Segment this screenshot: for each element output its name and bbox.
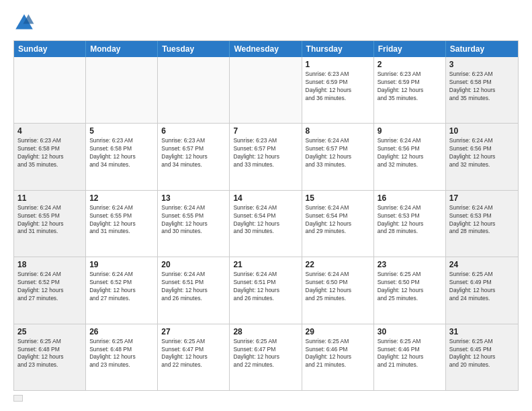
cal-cell: 5Sunrise: 6:23 AM Sunset: 6:58 PM Daylig… <box>86 124 158 189</box>
day-number: 26 <box>89 327 154 336</box>
day-info: Sunrise: 6:25 AM Sunset: 6:48 PM Dayligh… <box>17 338 82 370</box>
cal-cell: 18Sunrise: 6:24 AM Sunset: 6:52 PM Dayli… <box>14 257 86 323</box>
cal-cell: 20Sunrise: 6:24 AM Sunset: 6:51 PM Dayli… <box>158 257 230 323</box>
day-info: Sunrise: 6:25 AM Sunset: 6:47 PM Dayligh… <box>161 338 226 370</box>
day-info: Sunrise: 6:24 AM Sunset: 6:55 PM Dayligh… <box>17 204 82 236</box>
day-number: 6 <box>161 126 226 136</box>
day-number: 7 <box>233 126 298 136</box>
day-number: 20 <box>161 260 226 269</box>
day-number: 11 <box>17 193 82 203</box>
day-number: 24 <box>449 260 515 269</box>
day-info: Sunrise: 6:25 AM Sunset: 6:45 PM Dayligh… <box>449 338 515 370</box>
day-info: Sunrise: 6:25 AM Sunset: 6:46 PM Dayligh… <box>378 338 442 370</box>
cal-cell: 14Sunrise: 6:24 AM Sunset: 6:54 PM Dayli… <box>230 191 302 257</box>
day-number: 17 <box>449 193 515 203</box>
header <box>13 12 519 34</box>
cal-cell: 25Sunrise: 6:25 AM Sunset: 6:48 PM Dayli… <box>14 324 86 390</box>
page: SundayMondayTuesdayWednesdayThursdayFrid… <box>0 0 532 411</box>
week-row-1: 1Sunrise: 6:23 AM Sunset: 6:59 PM Daylig… <box>14 57 518 123</box>
day-number: 4 <box>17 126 82 136</box>
cal-cell: 22Sunrise: 6:24 AM Sunset: 6:50 PM Dayli… <box>302 257 374 323</box>
day-number: 3 <box>449 60 515 69</box>
day-info: Sunrise: 6:24 AM Sunset: 6:56 PM Dayligh… <box>449 137 515 169</box>
header-day-friday: Friday <box>374 41 446 57</box>
day-info: Sunrise: 6:25 AM Sunset: 6:47 PM Dayligh… <box>233 338 298 370</box>
logo-icon <box>13 12 35 34</box>
day-number: 29 <box>306 327 370 336</box>
day-info: Sunrise: 6:23 AM Sunset: 6:57 PM Dayligh… <box>233 137 298 169</box>
day-info: Sunrise: 6:25 AM Sunset: 6:49 PM Dayligh… <box>449 271 515 303</box>
cal-cell: 4Sunrise: 6:23 AM Sunset: 6:58 PM Daylig… <box>14 124 86 189</box>
cal-cell: 23Sunrise: 6:25 AM Sunset: 6:50 PM Dayli… <box>374 257 446 323</box>
day-info: Sunrise: 6:23 AM Sunset: 6:59 PM Dayligh… <box>306 71 370 103</box>
day-info: Sunrise: 6:24 AM Sunset: 6:56 PM Dayligh… <box>378 137 442 169</box>
day-info: Sunrise: 6:24 AM Sunset: 6:54 PM Dayligh… <box>233 204 298 236</box>
day-info: Sunrise: 6:24 AM Sunset: 6:53 PM Dayligh… <box>378 204 442 236</box>
cal-cell: 1Sunrise: 6:23 AM Sunset: 6:59 PM Daylig… <box>302 57 374 123</box>
week-row-3: 11Sunrise: 6:24 AM Sunset: 6:55 PM Dayli… <box>14 190 518 257</box>
cal-cell: 12Sunrise: 6:24 AM Sunset: 6:55 PM Dayli… <box>86 191 158 257</box>
day-number: 27 <box>161 327 226 336</box>
cal-cell: 28Sunrise: 6:25 AM Sunset: 6:47 PM Dayli… <box>230 324 302 390</box>
cal-cell: 9Sunrise: 6:24 AM Sunset: 6:56 PM Daylig… <box>374 124 446 189</box>
cal-cell <box>14 57 86 123</box>
day-number: 31 <box>449 327 515 336</box>
day-number: 30 <box>378 327 442 336</box>
day-info: Sunrise: 6:25 AM Sunset: 6:46 PM Dayligh… <box>306 338 370 370</box>
day-number: 13 <box>161 193 226 203</box>
cal-cell: 11Sunrise: 6:24 AM Sunset: 6:55 PM Dayli… <box>14 191 86 257</box>
cal-cell: 16Sunrise: 6:24 AM Sunset: 6:53 PM Dayli… <box>374 191 446 257</box>
cal-cell: 21Sunrise: 6:24 AM Sunset: 6:51 PM Dayli… <box>230 257 302 323</box>
day-info: Sunrise: 6:24 AM Sunset: 6:55 PM Dayligh… <box>161 204 226 236</box>
logo <box>13 12 38 34</box>
day-number: 8 <box>306 126 370 136</box>
day-number: 1 <box>306 60 370 69</box>
day-number: 19 <box>89 260 154 269</box>
cal-cell: 24Sunrise: 6:25 AM Sunset: 6:49 PM Dayli… <box>446 257 518 323</box>
day-number: 21 <box>233 260 298 269</box>
header-day-wednesday: Wednesday <box>230 41 302 57</box>
day-info: Sunrise: 6:24 AM Sunset: 6:50 PM Dayligh… <box>306 271 370 303</box>
day-info: Sunrise: 6:24 AM Sunset: 6:53 PM Dayligh… <box>449 204 515 236</box>
day-number: 5 <box>89 126 154 136</box>
day-info: Sunrise: 6:24 AM Sunset: 6:52 PM Dayligh… <box>17 271 82 303</box>
cal-cell <box>86 57 158 123</box>
cal-cell: 30Sunrise: 6:25 AM Sunset: 6:46 PM Dayli… <box>374 324 446 390</box>
day-info: Sunrise: 6:24 AM Sunset: 6:52 PM Dayligh… <box>89 271 154 303</box>
cal-cell: 8Sunrise: 6:24 AM Sunset: 6:57 PM Daylig… <box>302 124 374 189</box>
day-info: Sunrise: 6:25 AM Sunset: 6:50 PM Dayligh… <box>378 271 442 303</box>
cal-cell: 6Sunrise: 6:23 AM Sunset: 6:57 PM Daylig… <box>158 124 230 189</box>
day-info: Sunrise: 6:23 AM Sunset: 6:59 PM Dayligh… <box>378 71 442 103</box>
day-number: 2 <box>378 60 442 69</box>
cal-cell: 15Sunrise: 6:24 AM Sunset: 6:54 PM Dayli… <box>302 191 374 257</box>
header-day-sunday: Sunday <box>14 41 86 57</box>
week-row-4: 18Sunrise: 6:24 AM Sunset: 6:52 PM Dayli… <box>14 257 518 323</box>
day-number: 14 <box>233 193 298 203</box>
footer <box>13 395 519 402</box>
cal-cell: 26Sunrise: 6:25 AM Sunset: 6:48 PM Dayli… <box>86 324 158 390</box>
cal-cell: 13Sunrise: 6:24 AM Sunset: 6:55 PM Dayli… <box>158 191 230 257</box>
week-row-2: 4Sunrise: 6:23 AM Sunset: 6:58 PM Daylig… <box>14 123 518 189</box>
cal-cell: 31Sunrise: 6:25 AM Sunset: 6:45 PM Dayli… <box>446 324 518 390</box>
cal-cell: 29Sunrise: 6:25 AM Sunset: 6:46 PM Dayli… <box>302 324 374 390</box>
cal-cell: 2Sunrise: 6:23 AM Sunset: 6:59 PM Daylig… <box>374 57 446 123</box>
day-info: Sunrise: 6:24 AM Sunset: 6:54 PM Dayligh… <box>306 204 370 236</box>
week-row-5: 25Sunrise: 6:25 AM Sunset: 6:48 PM Dayli… <box>14 324 518 390</box>
cal-cell <box>230 57 302 123</box>
day-info: Sunrise: 6:23 AM Sunset: 6:58 PM Dayligh… <box>449 71 515 103</box>
header-day-saturday: Saturday <box>446 41 518 57</box>
day-number: 22 <box>306 260 370 269</box>
cal-cell: 17Sunrise: 6:24 AM Sunset: 6:53 PM Dayli… <box>446 191 518 257</box>
cal-cell: 7Sunrise: 6:23 AM Sunset: 6:57 PM Daylig… <box>230 124 302 189</box>
day-number: 10 <box>449 126 515 136</box>
cal-cell: 3Sunrise: 6:23 AM Sunset: 6:58 PM Daylig… <box>446 57 518 123</box>
day-number: 16 <box>378 193 442 203</box>
cal-cell: 10Sunrise: 6:24 AM Sunset: 6:56 PM Dayli… <box>446 124 518 189</box>
day-info: Sunrise: 6:23 AM Sunset: 6:57 PM Dayligh… <box>161 137 226 169</box>
calendar-body: 1Sunrise: 6:23 AM Sunset: 6:59 PM Daylig… <box>14 57 518 390</box>
header-day-tuesday: Tuesday <box>158 41 230 57</box>
day-info: Sunrise: 6:23 AM Sunset: 6:58 PM Dayligh… <box>17 137 82 169</box>
daylight-legend-box <box>13 395 23 402</box>
day-number: 12 <box>89 193 154 203</box>
day-info: Sunrise: 6:24 AM Sunset: 6:51 PM Dayligh… <box>233 271 298 303</box>
